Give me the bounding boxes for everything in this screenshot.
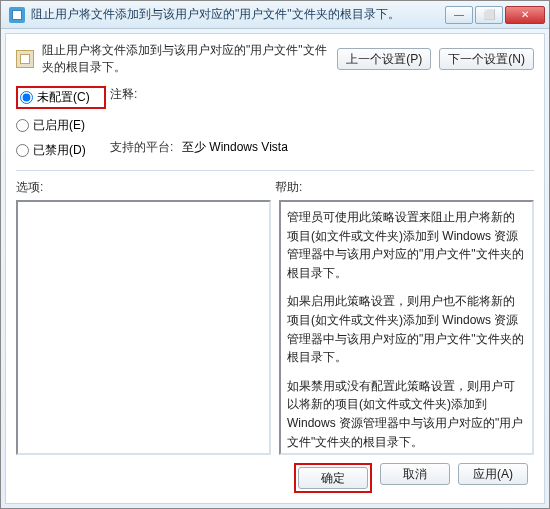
platform-value: 至少 Windows Vista	[182, 139, 534, 156]
radio-enabled[interactable]: 已启用(E)	[16, 117, 106, 134]
policy-description: 阻止用户将文件添加到与该用户对应的"用户文件"文件夹的根目录下。	[42, 42, 329, 76]
help-label: 帮助:	[275, 179, 534, 196]
radio-not-configured[interactable]: 未配置(C)	[20, 89, 90, 106]
info-block: 注释: 支持的平台: 至少 Windows Vista	[110, 86, 534, 156]
radio-enabled-label: 已启用(E)	[33, 117, 85, 134]
help-paragraph: 如果禁用或没有配置此策略设置，则用户可以将新的项目(如文件或文件夹)添加到 Wi…	[287, 377, 526, 451]
radio-not-configured-input[interactable]	[20, 91, 33, 104]
apply-button[interactable]: 应用(A)	[458, 463, 528, 485]
maximize-button[interactable]: ⬜	[475, 6, 503, 24]
radio-enabled-input[interactable]	[16, 119, 29, 132]
radio-not-configured-label: 未配置(C)	[37, 89, 90, 106]
comment-row: 注释:	[110, 86, 534, 103]
dialog-window: 阻止用户将文件添加到与该用户对应的"用户文件"文件夹的根目录下。 — ⬜ ✕ 阻…	[0, 0, 550, 509]
panes: 管理员可使用此策略设置来阻止用户将新的项目(如文件或文件夹)添加到 Window…	[16, 200, 534, 455]
footer: 确定 取消 应用(A)	[16, 455, 534, 495]
minimize-button[interactable]: —	[445, 6, 473, 24]
radio-not-configured-highlight: 未配置(C)	[16, 86, 106, 109]
window-title: 阻止用户将文件添加到与该用户对应的"用户文件"文件夹的根目录下。	[31, 6, 445, 23]
platform-row: 支持的平台: 至少 Windows Vista	[110, 139, 534, 156]
next-setting-button[interactable]: 下一个设置(N)	[439, 48, 534, 70]
panes-header: 选项: 帮助:	[16, 179, 534, 196]
app-icon	[9, 7, 25, 23]
radio-disabled[interactable]: 已禁用(D)	[16, 142, 106, 159]
window-controls: — ⬜ ✕	[445, 6, 545, 24]
previous-setting-button[interactable]: 上一个设置(P)	[337, 48, 431, 70]
policy-icon	[16, 50, 34, 68]
comment-label: 注释:	[110, 86, 176, 103]
titlebar: 阻止用户将文件添加到与该用户对应的"用户文件"文件夹的根目录下。 — ⬜ ✕	[1, 1, 549, 29]
help-paragraph: 如果启用此策略设置，则用户也不能将新的项目(如文件或文件夹)添加到 Window…	[287, 292, 526, 366]
ok-button[interactable]: 确定	[298, 467, 368, 489]
options-pane	[16, 200, 271, 455]
platform-label: 支持的平台:	[110, 139, 176, 156]
radio-disabled-label: 已禁用(D)	[33, 142, 86, 159]
help-pane[interactable]: 管理员可使用此策略设置来阻止用户将新的项目(如文件或文件夹)添加到 Window…	[279, 200, 534, 455]
radio-group: 未配置(C) 已启用(E) 已禁用(D)	[16, 86, 106, 159]
close-button[interactable]: ✕	[505, 6, 545, 24]
options-label: 选项:	[16, 179, 275, 196]
ok-highlight: 确定	[294, 463, 372, 493]
divider	[16, 170, 534, 171]
content-area: 阻止用户将文件添加到与该用户对应的"用户文件"文件夹的根目录下。 上一个设置(P…	[5, 33, 545, 504]
radio-disabled-input[interactable]	[16, 144, 29, 157]
header-row: 阻止用户将文件添加到与该用户对应的"用户文件"文件夹的根目录下。 上一个设置(P…	[16, 42, 534, 76]
config-row: 未配置(C) 已启用(E) 已禁用(D) 注释:	[16, 86, 534, 164]
help-paragraph: 管理员可使用此策略设置来阻止用户将新的项目(如文件或文件夹)添加到 Window…	[287, 208, 526, 282]
cancel-button[interactable]: 取消	[380, 463, 450, 485]
